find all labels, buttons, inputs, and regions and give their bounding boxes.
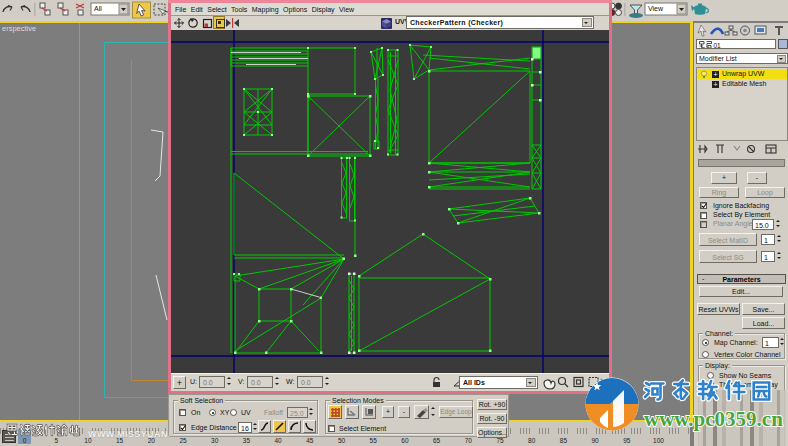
svg-text:View: View [648, 5, 664, 12]
svg-text:WWW.MISSYUAN.COM: WWW.MISSYUAN.COM [88, 429, 169, 439]
svg-text:All: All [94, 5, 102, 12]
svg-text:www.pc0359.cn: www.pc0359.cn [644, 407, 783, 431]
svg-text:01: 01 [714, 42, 722, 49]
